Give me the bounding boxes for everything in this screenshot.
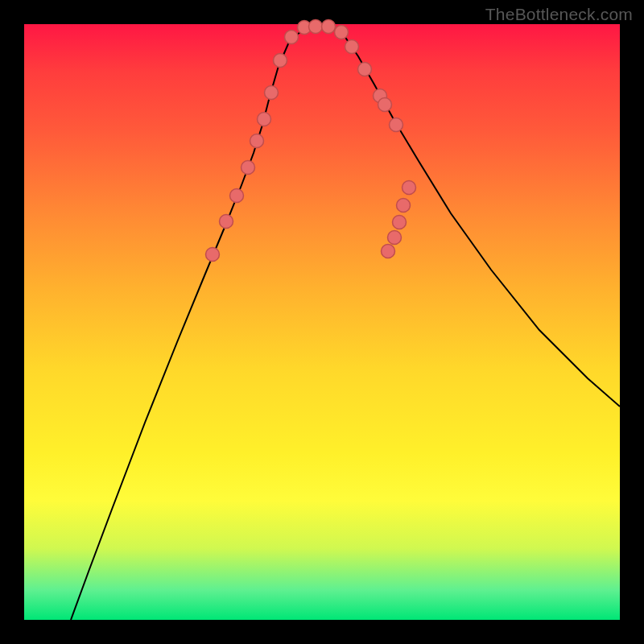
curve-marker bbox=[388, 231, 402, 245]
curve-marker bbox=[322, 20, 336, 34]
curve-marker bbox=[265, 86, 279, 100]
curve-marker bbox=[397, 199, 411, 213]
chart-svg bbox=[24, 24, 620, 620]
curve-marker bbox=[230, 189, 244, 203]
curve-marker bbox=[250, 134, 264, 148]
curve-marker bbox=[242, 161, 255, 175]
bottleneck-curve bbox=[71, 27, 620, 620]
curve-marker bbox=[393, 216, 407, 229]
curve-marker bbox=[382, 245, 395, 258]
curve-marker bbox=[309, 20, 323, 34]
curve-marker bbox=[345, 40, 359, 54]
curve-marker bbox=[358, 63, 372, 76]
curve-marker bbox=[390, 118, 403, 132]
curve-markers bbox=[206, 20, 416, 262]
curve-marker bbox=[335, 26, 349, 39]
watermark-text: TheBottleneck.com bbox=[485, 5, 633, 24]
curve-marker bbox=[220, 215, 233, 229]
curve-marker bbox=[274, 54, 287, 68]
curve-marker bbox=[206, 248, 220, 262]
curve-marker bbox=[285, 31, 299, 44]
curve-marker bbox=[378, 98, 392, 112]
chart-plot-area bbox=[24, 24, 620, 620]
curve-marker bbox=[258, 113, 271, 126]
curve-marker bbox=[402, 181, 416, 195]
